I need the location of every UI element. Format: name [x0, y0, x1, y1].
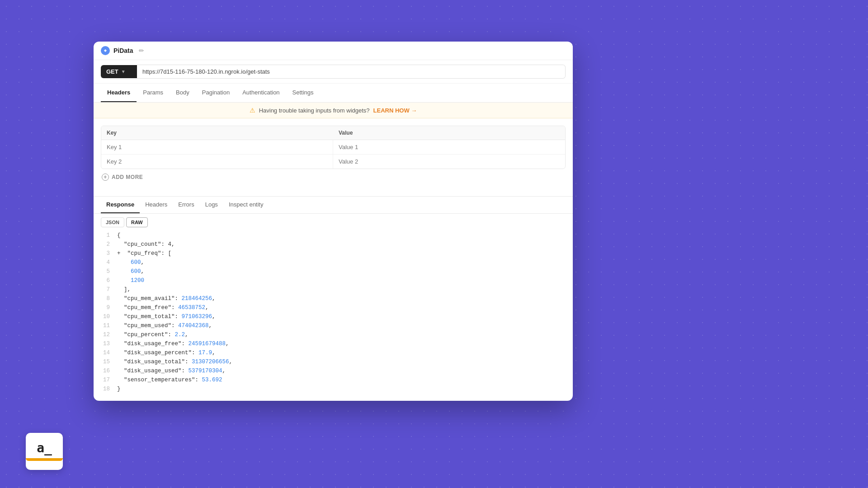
code-line: 2 "cpu_count": 4, — [101, 240, 566, 249]
response-tab-inspect[interactable]: Inspect entity — [223, 197, 269, 213]
code-line: 12 "cpu_percent": 2.2, — [101, 330, 566, 339]
method-label: GET — [106, 68, 118, 75]
key-cell-2 — [101, 155, 333, 169]
value-cell-2 — [333, 155, 565, 169]
app-icon — [101, 46, 110, 55]
response-tab-headers[interactable]: Headers — [140, 197, 173, 213]
tab-pagination[interactable]: Pagination — [196, 84, 236, 102]
headers-table-header: Key Value — [101, 126, 565, 140]
main-window: PiData ✏ GET ▼ Headers Params Body Pagin… — [94, 42, 573, 401]
code-line: 9 "cpu_mem_free": 46538752, — [101, 303, 566, 312]
response-code: 1 { 2 "cpu_count": 4, 3 + "cpu_freq": [ … — [94, 231, 573, 401]
key-input-1[interactable] — [101, 140, 333, 154]
code-line: 11 "cpu_mem_used": 474042368, — [101, 321, 566, 330]
notice-text: Having trouble taking inputs from widget… — [259, 107, 370, 114]
notice-bar: ⚠ Having trouble taking inputs from widg… — [94, 103, 573, 118]
add-more-icon: + — [102, 174, 109, 181]
code-line: 17 "sensor_temperatures": 53.692 — [101, 375, 566, 385]
code-line: 5 600, — [101, 267, 566, 276]
format-raw-button[interactable]: RAW — [126, 217, 148, 227]
tab-authentication[interactable]: Authentication — [236, 84, 286, 102]
code-line: 10 "cpu_mem_total": 971063296, — [101, 312, 566, 321]
add-more-label: ADD MORE — [112, 174, 143, 180]
code-line: 7 ], — [101, 285, 566, 294]
notice-link[interactable]: LEARN HOW → — [373, 107, 417, 114]
key-cell-1 — [101, 140, 333, 154]
response-tabs: Response Headers Errors Logs Inspect ent… — [94, 197, 573, 214]
tab-headers[interactable]: Headers — [101, 84, 137, 102]
headers-table: Key Value — [101, 126, 566, 169]
method-arrow-icon: ▼ — [121, 69, 126, 74]
value-column-header: Value — [333, 126, 565, 140]
response-tab-response[interactable]: Response — [101, 197, 140, 213]
code-line: 3 + "cpu_freq": [ — [101, 249, 566, 258]
table-row — [101, 155, 565, 169]
request-tabs: Headers Params Body Pagination Authentic… — [94, 84, 573, 103]
add-more-button[interactable]: + ADD MORE — [101, 169, 566, 185]
widget-bar — [26, 458, 63, 461]
code-line: 6 1200 — [101, 276, 566, 285]
code-line: 1 { — [101, 231, 566, 240]
value-input-2[interactable] — [333, 155, 565, 169]
tab-body[interactable]: Body — [170, 84, 196, 102]
code-line: 18 } — [101, 385, 566, 394]
app-title: PiData — [113, 47, 133, 54]
code-line: 14 "disk_usage_percent": 17.9, — [101, 348, 566, 357]
code-line: 16 "disk_usage_used": 5379170304, — [101, 366, 566, 375]
format-buttons: JSON RAW — [94, 214, 573, 231]
value-input-1[interactable] — [333, 140, 565, 154]
headers-section: Key Value + ADD MOR — [94, 118, 573, 192]
response-tab-errors[interactable]: Errors — [173, 197, 199, 213]
url-bar: GET ▼ — [94, 60, 573, 84]
table-row — [101, 140, 565, 155]
code-line: 4 600, — [101, 258, 566, 267]
code-line: 13 "disk_usage_free": 24591679488, — [101, 339, 566, 348]
edit-icon[interactable]: ✏ — [139, 47, 144, 54]
bottom-widget[interactable]: a_ — [26, 433, 63, 470]
key-column-header: Key — [101, 126, 333, 140]
widget-text: a_ — [37, 442, 52, 455]
code-line: 8 "cpu_mem_avail": 218464256, — [101, 294, 566, 303]
response-tab-logs[interactable]: Logs — [200, 197, 223, 213]
title-bar: PiData ✏ — [94, 42, 573, 60]
tab-settings[interactable]: Settings — [286, 84, 320, 102]
tab-params[interactable]: Params — [137, 84, 170, 102]
response-section: Response Headers Errors Logs Inspect ent… — [94, 196, 573, 401]
key-input-2[interactable] — [101, 155, 333, 169]
method-select[interactable]: GET ▼ — [101, 65, 137, 78]
format-json-button[interactable]: JSON — [101, 217, 124, 227]
code-line: 15 "disk_usage_total": 31307206656, — [101, 357, 566, 366]
value-cell-1 — [333, 140, 565, 154]
notice-icon: ⚠ — [250, 107, 255, 114]
url-input[interactable] — [137, 65, 566, 79]
